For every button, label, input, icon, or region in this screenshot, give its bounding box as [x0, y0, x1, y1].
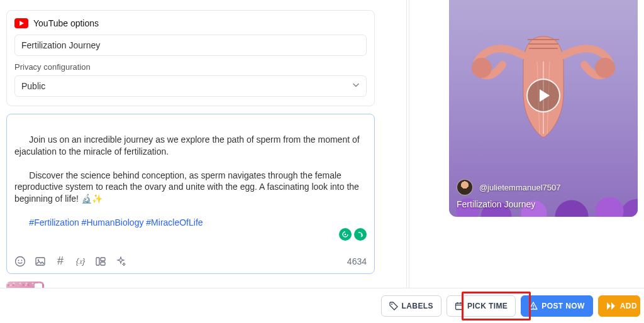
svg-rect-5	[36, 258, 45, 265]
preview-handle: @julietemmanuel7507	[479, 183, 561, 192]
fast-forward-icon	[606, 302, 616, 310]
svg-point-2	[16, 256, 25, 266]
svg-point-3	[18, 260, 19, 261]
preview-footer: @julietemmanuel7507 Fertilization Journe…	[457, 179, 630, 209]
svg-rect-7	[96, 258, 99, 265]
svg-point-1	[345, 234, 347, 236]
char-count: 4634	[347, 256, 367, 266]
grammar-badge-1-icon[interactable]	[339, 228, 352, 241]
editor-toolbar: # {𝑥} 4634	[14, 256, 367, 267]
privacy-label: Privacy configuration	[14, 62, 367, 72]
preview-title: Fertilization Journey	[457, 199, 630, 209]
sparkle-icon[interactable]	[115, 256, 126, 267]
description-body-2: Discover the science behind conception, …	[14, 170, 362, 204]
pick-time-button-text: PICK TIME	[467, 302, 508, 310]
svg-marker-21	[611, 302, 615, 310]
svg-point-19	[533, 307, 534, 309]
calendar-icon	[455, 302, 464, 310]
pick-time-button[interactable]: PICK TIME	[447, 295, 516, 317]
labels-button[interactable]: LABELS	[381, 295, 441, 317]
svg-rect-8	[101, 258, 105, 261]
svg-rect-14	[455, 303, 462, 309]
svg-rect-9	[101, 262, 105, 265]
template-icon[interactable]	[95, 256, 106, 267]
youtube-icon	[14, 18, 28, 28]
youtube-options-header: YouTube options	[14, 18, 367, 28]
svg-point-6	[38, 260, 39, 261]
description-text[interactable]: Join us on an incredible journey as we e…	[14, 122, 367, 241]
description-body-1: Join us on an incredible journey as we e…	[14, 134, 362, 156]
privacy-select[interactable]	[14, 75, 367, 97]
compose-left-panel: YouTube options Privacy configuration Jo…	[6, 10, 375, 319]
post-now-button-text: POST NOW	[541, 302, 585, 310]
toolbar-icons: # {𝑥}	[14, 256, 126, 267]
add-button-text: ADD	[620, 302, 637, 310]
video-title-input[interactable]	[14, 35, 367, 56]
emoji-icon[interactable]	[14, 256, 26, 267]
svg-point-13	[391, 304, 392, 305]
avatar	[457, 179, 473, 195]
hashtag-icon[interactable]: #	[55, 256, 66, 267]
image-icon[interactable]	[35, 256, 46, 267]
youtube-options-title: YouTube options	[33, 18, 99, 28]
svg-point-4	[21, 260, 23, 261]
description-hashtags: #Fertilization #HumanBiology #MiracleOfL…	[29, 217, 203, 227]
privacy-select-value[interactable]	[14, 75, 367, 97]
svg-point-11	[595, 58, 615, 78]
bottom-action-bar: LABELS PICK TIME POST NOW ADD	[0, 288, 644, 323]
grammar-badge-2-icon[interactable]	[354, 228, 367, 241]
add-button[interactable]: ADD	[598, 295, 640, 317]
labels-button-text: LABELS	[402, 302, 433, 310]
play-button[interactable]	[526, 79, 560, 112]
vertical-divider	[406, 0, 407, 289]
alert-icon	[529, 302, 538, 310]
variable-icon[interactable]: {𝑥}	[75, 256, 86, 267]
description-card[interactable]: Join us on an incredible journey as we e…	[6, 114, 375, 274]
grammar-badges	[14, 228, 367, 241]
svg-marker-0	[19, 21, 24, 26]
youtube-options-card: YouTube options Privacy configuration	[6, 10, 375, 106]
svg-marker-12	[540, 89, 550, 102]
vertical-divider-2	[409, 0, 409, 289]
svg-marker-20	[607, 302, 611, 310]
tag-icon	[389, 302, 398, 310]
video-preview: @julietemmanuel7507 Fertilization Journe…	[449, 0, 638, 217]
svg-point-10	[472, 58, 492, 78]
post-now-button[interactable]: POST NOW	[521, 295, 593, 317]
